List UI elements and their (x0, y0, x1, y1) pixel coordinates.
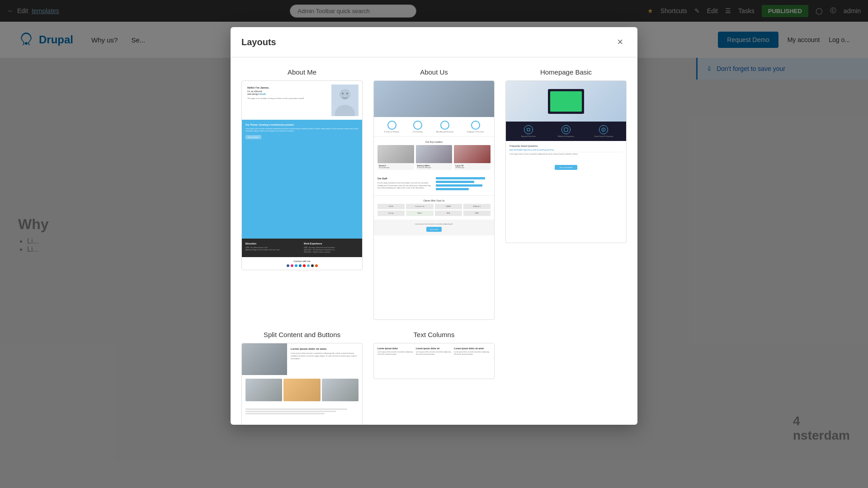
pm-subtitle: I'm an allround web design fanatic (247, 90, 327, 95)
modal-close-button[interactable]: × (613, 35, 627, 49)
layout-preview-homepage: Drag and Drop Tools Modules & Integratio… (505, 80, 627, 243)
leader-card-1: Sarah G. Hiring Manager (377, 145, 414, 170)
pm-desc: This page is an example of using our the… (247, 97, 327, 99)
layout-item-about-me[interactable]: About Me Hello! I'm James. I'm an allrou… (241, 68, 363, 320)
php-features: Drag and Drop Tools Modules & Integratio… (506, 122, 626, 141)
layout-preview-about-me: Hello! I'm James. I'm an allround web de… (241, 80, 363, 270)
layout-preview-about-us: 9 Years of Practice 5 Continents $4m Ann… (373, 80, 495, 320)
svg-rect-6 (564, 128, 568, 131)
pau-clients: Clients Who Trust Us BOSE Coleman Life G… (374, 195, 494, 220)
pau-staff: Our Staff Far far away, behind the word … (374, 174, 494, 195)
layout-preview-split: Lorem ipsum dolor sit amet. Lorem ipsum … (241, 343, 363, 425)
modal-overlay[interactable]: Layouts × About Me Hello! I'm James. I'm… (0, 0, 868, 488)
svg-point-5 (346, 93, 348, 94)
modal-header: Layouts × (231, 27, 637, 57)
php-laptop-section (506, 81, 626, 122)
layout-item-homepage-basic[interactable]: Homepage Basic Drag and Drop Tools (505, 68, 627, 320)
layout-label-text-columns: Text Columns (373, 331, 495, 338)
php-btn-container: Get a download! (506, 159, 626, 173)
pau-hero-image (374, 81, 494, 117)
pm-blue-section: Our Theme: Creating a revolutionary prod… (242, 120, 362, 239)
leader-card-2: Anthony White Production Manager (416, 145, 453, 170)
layout-label-split-content: Split Content and Buttons (241, 331, 363, 338)
php-faq: Frequently Asked Questions New Site Buil… (506, 141, 626, 159)
layouts-modal: Layouts × About Me Hello! I'm James. I'm… (231, 27, 637, 425)
layout-item-about-us[interactable]: About Us 9 Years of Practice 5 Continent… (373, 68, 495, 320)
pau-leaders: Our Key Leaders Sarah G. Hiring Manager (374, 137, 494, 174)
pm-photo (331, 84, 359, 116)
layout-label-about-me: About Me (241, 68, 363, 76)
pau-stats: 9 Years of Practice 5 Continents $4m Ann… (374, 117, 494, 137)
modal-title: Layouts (241, 37, 276, 47)
layout-item-text-columns[interactable]: Text Columns Lorem ipsum dolor Lorem ips… (373, 331, 495, 425)
pau-footer: Lorem ipsum dolor sit amet consectetur a… (374, 220, 494, 235)
layout-preview-text-cols: Lorem ipsum dolor Lorem ipsum dolor sit … (373, 343, 495, 379)
svg-point-4 (342, 93, 344, 94)
pm-connect: Connect with me (242, 257, 362, 270)
layout-item-split-content[interactable]: Split Content and Buttons Lorem ipsum do… (241, 331, 363, 425)
pm-dark-section: Education 2008 - One Way however a dictA… (242, 239, 362, 257)
svg-text:2: 2 (603, 128, 604, 131)
modal-body: About Me Hello! I'm James. I'm an allrou… (231, 57, 637, 425)
layout-label-about-us: About Us (373, 68, 495, 76)
leader-card-3: Laura Till HR Manager (454, 145, 491, 170)
pm-name: Hello! I'm James. (247, 86, 327, 89)
person-silhouette (331, 84, 359, 116)
layout-label-homepage-basic: Homepage Basic (505, 68, 627, 76)
